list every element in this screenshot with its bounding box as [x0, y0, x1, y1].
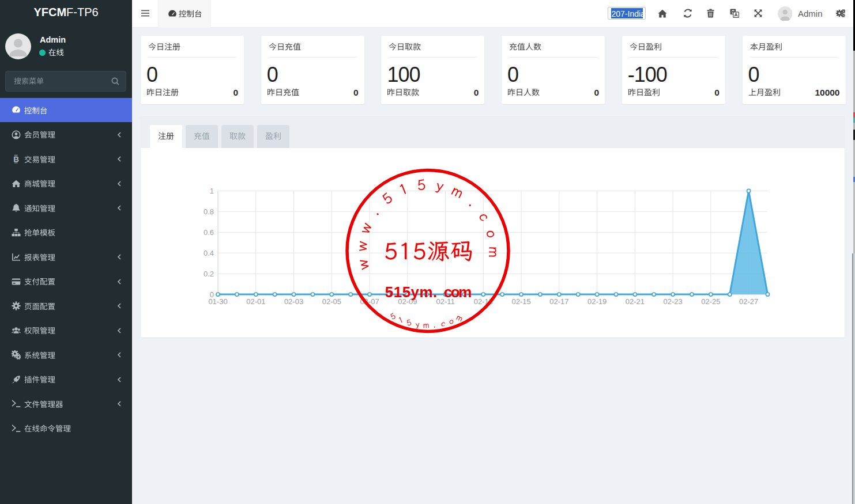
svg-text:0.6: 0.6 — [204, 228, 214, 237]
svg-text:02-05: 02-05 — [322, 297, 341, 306]
svg-text:com: com — [444, 283, 472, 301]
svg-text:B: B — [13, 155, 19, 164]
svg-text:02-15: 02-15 — [511, 297, 530, 306]
svg-text:1: 1 — [210, 187, 214, 195]
svg-text:515ym.: 515ym. — [385, 283, 437, 301]
svg-text:0.4: 0.4 — [204, 249, 214, 257]
svg-text:02-01: 02-01 — [246, 297, 265, 306]
svg-text:02-17: 02-17 — [549, 297, 568, 306]
svg-text:0.2: 0.2 — [204, 270, 214, 278]
svg-text:02-19: 02-19 — [587, 297, 607, 306]
svg-text:02-23: 02-23 — [663, 297, 682, 306]
svg-text:02-21: 02-21 — [626, 297, 645, 306]
svg-text:02-03: 02-03 — [284, 297, 303, 306]
svg-text:02-27: 02-27 — [739, 297, 758, 306]
svg-text:02-25: 02-25 — [701, 297, 720, 306]
svg-text:0.8: 0.8 — [204, 207, 214, 216]
svg-text:01-30: 01-30 — [208, 297, 227, 306]
